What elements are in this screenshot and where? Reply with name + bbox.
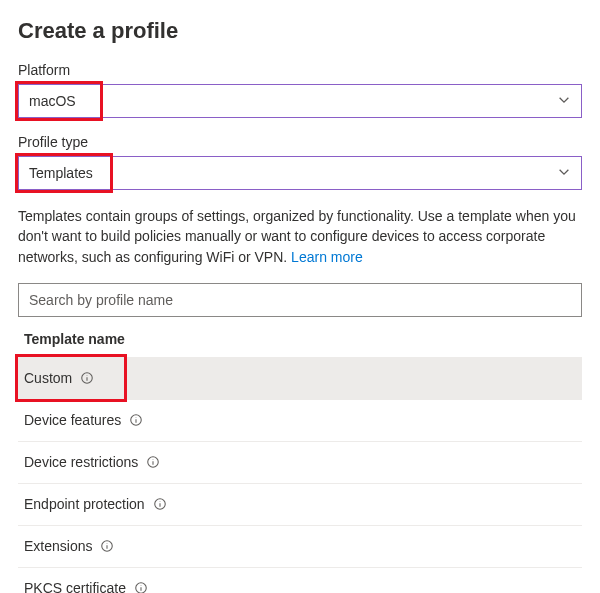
info-icon[interactable] — [134, 581, 148, 593]
info-icon[interactable] — [100, 539, 114, 553]
template-list: Custom Device features Device restrictio… — [18, 357, 582, 593]
templates-description: Templates contain groups of settings, or… — [18, 206, 582, 267]
svg-point-5 — [136, 417, 137, 418]
template-name-header[interactable]: Template name — [18, 331, 582, 357]
platform-select[interactable]: macOS — [18, 84, 582, 118]
info-icon[interactable] — [146, 455, 160, 469]
template-label: Device features — [24, 412, 121, 428]
learn-more-link[interactable]: Learn more — [291, 249, 363, 265]
search-input[interactable] — [18, 283, 582, 317]
template-row-endpoint-protection[interactable]: Endpoint protection — [18, 483, 582, 525]
profile-type-label: Profile type — [18, 134, 582, 150]
profile-type-select[interactable]: Templates — [18, 156, 582, 190]
template-label: Device restrictions — [24, 454, 138, 470]
platform-value: macOS — [29, 93, 76, 109]
info-icon[interactable] — [153, 497, 167, 511]
template-row-extensions[interactable]: Extensions — [18, 525, 582, 567]
template-row-custom[interactable]: Custom — [18, 357, 582, 399]
chevron-down-icon — [557, 165, 571, 182]
profile-type-value: Templates — [29, 165, 93, 181]
info-icon[interactable] — [80, 371, 94, 385]
chevron-down-icon — [557, 93, 571, 110]
svg-point-17 — [141, 585, 142, 586]
template-label: Extensions — [24, 538, 92, 554]
platform-label: Platform — [18, 62, 582, 78]
info-icon[interactable] — [129, 413, 143, 427]
template-row-pkcs-certificate[interactable]: PKCS certificate — [18, 567, 582, 593]
template-label: PKCS certificate — [24, 580, 126, 593]
template-label: Custom — [24, 370, 72, 386]
template-label: Endpoint protection — [24, 496, 145, 512]
template-row-device-features[interactable]: Device features — [18, 399, 582, 441]
template-row-device-restrictions[interactable]: Device restrictions — [18, 441, 582, 483]
svg-point-11 — [159, 501, 160, 502]
svg-point-14 — [107, 543, 108, 544]
svg-point-2 — [87, 375, 88, 376]
page-title: Create a profile — [18, 18, 582, 44]
svg-point-8 — [153, 459, 154, 460]
